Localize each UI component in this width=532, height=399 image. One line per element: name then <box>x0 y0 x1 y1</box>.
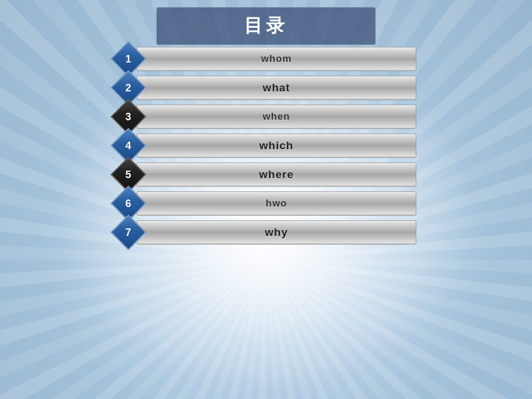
diamond-number-3: 3 <box>125 110 131 123</box>
menu-label-6: hwo <box>266 198 287 209</box>
diamond-number-4: 4 <box>125 139 131 152</box>
menu-bar-5: where <box>136 162 416 187</box>
menu-item-3[interactable]: 3when <box>116 104 416 130</box>
menu-label-5: where <box>259 168 294 181</box>
menu-item-5[interactable]: 5where <box>116 162 416 187</box>
menu-label-1: whom <box>261 53 291 65</box>
menu-label-2: what <box>263 82 290 94</box>
page-title: 目录 <box>244 15 288 36</box>
menu-bar-2: what <box>136 76 416 100</box>
menu-list: 1whom2what3when4which5where6hwo7why <box>116 46 416 245</box>
diamond-number-2: 2 <box>125 82 131 94</box>
menu-label-3: when <box>263 111 290 123</box>
diamond-number-7: 7 <box>125 226 131 238</box>
menu-bar-4: which <box>136 134 416 158</box>
menu-item-6[interactable]: 6hwo <box>116 191 416 216</box>
menu-bar-6: hwo <box>136 191 416 216</box>
menu-item-7[interactable]: 7why <box>116 220 416 245</box>
menu-label-7: why <box>265 226 288 239</box>
menu-bar-1: whom <box>136 47 416 71</box>
diamond-number-5: 5 <box>125 168 131 180</box>
menu-bar-7: why <box>136 220 416 245</box>
menu-item-2[interactable]: 2what <box>116 75 416 101</box>
menu-label-4: which <box>260 139 294 152</box>
menu-bar-3: when <box>136 105 416 129</box>
menu-item-1[interactable]: 1whom <box>116 46 416 72</box>
title-bar: 目录 <box>156 7 376 45</box>
diamond-number-6: 6 <box>125 197 131 209</box>
diamond-number-1: 1 <box>125 53 131 65</box>
menu-item-4[interactable]: 4which <box>116 133 416 158</box>
